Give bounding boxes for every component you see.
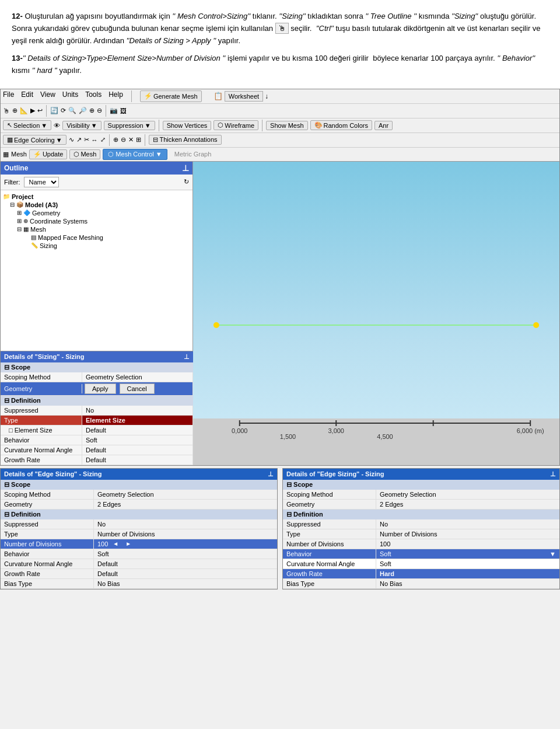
edge-tool-7[interactable]: ⊖ bbox=[121, 136, 126, 144]
pin-left-icon[interactable]: ⊥ bbox=[268, 470, 274, 478]
mesh-label: Mesh bbox=[11, 151, 27, 158]
left-def-collapse[interactable]: ⊟ bbox=[4, 511, 9, 518]
text-section: 12- Oluşturulan ağ yapısını boyutlandırm… bbox=[0, 0, 560, 89]
edge-tool-2[interactable]: ↗ bbox=[76, 136, 82, 144]
svg-text:0,000: 0,000 bbox=[232, 427, 247, 434]
right-growth-row[interactable]: Growth Rate Hard bbox=[283, 569, 559, 579]
edge-tool-9[interactable]: ⊞ bbox=[136, 136, 141, 144]
edge-tool-5[interactable]: ⤢ bbox=[100, 136, 106, 144]
mesh-control-button[interactable]: ⬡ Mesh Control ▼ bbox=[103, 149, 167, 160]
toolbar-icon-11[interactable]: ⊖ bbox=[97, 107, 102, 114]
toolbar-icon-9[interactable]: 🔎 bbox=[79, 107, 87, 114]
edge-icon: ▦ bbox=[7, 136, 13, 144]
apply-cancel-area: Apply Cancel bbox=[82, 382, 193, 395]
menu-tools[interactable]: Tools bbox=[85, 90, 102, 102]
tree-item-mapped[interactable]: ▤ Mapped Face Meshing bbox=[3, 233, 190, 242]
next-arrow[interactable]: ► bbox=[123, 540, 134, 547]
generate-mesh-button[interactable]: ⚡ Generate Mesh bbox=[140, 90, 202, 102]
toolbar-icon-4[interactable]: ▶ bbox=[30, 107, 35, 114]
main-content: Outline ⊥ Filter: Name ↻ 📁 Project bbox=[1, 162, 559, 465]
pin-icon[interactable]: ⊥ bbox=[182, 163, 189, 173]
element-size-row: □ Element Size Default bbox=[1, 425, 193, 435]
toolbar-icon-1[interactable]: 🖱 bbox=[3, 107, 10, 115]
menubar: File Edit View Units Tools Help ⚡ Genera… bbox=[1, 89, 559, 104]
filter-select[interactable]: Name bbox=[24, 177, 59, 187]
toolbar-icon-2[interactable]: ⊕ bbox=[12, 107, 18, 114]
wireframe-button[interactable]: ⬡ Wireframe bbox=[214, 120, 258, 130]
toolbar-icon-6[interactable]: 🔄 bbox=[50, 107, 58, 114]
mapped-label: Mapped Face Meshing bbox=[38, 234, 103, 241]
selection-button[interactable]: ↖ Selection ▼ bbox=[3, 120, 51, 130]
toolbar-row-2: 🖱 ⊕ 📐 ▶ ↩ 🔄 ⟳ 🔍 🔎 ⊕ ⊖ 📷 🖼 bbox=[1, 104, 559, 118]
details-pin-icon[interactable]: ⊥ bbox=[184, 353, 190, 361]
toolbar-icon-8[interactable]: 🔍 bbox=[68, 107, 76, 114]
mesh-btn-2[interactable]: ⬡ Mesh bbox=[69, 149, 100, 159]
right-definition-label: Definition bbox=[293, 511, 323, 518]
thicken-button[interactable]: ⊟ Thicken Annotations bbox=[149, 135, 222, 145]
left-numdivisions-row[interactable]: Number of Divisions 100 ◄ ► bbox=[1, 539, 277, 549]
menu-file[interactable]: File bbox=[3, 90, 14, 102]
growth-rate-value: Default bbox=[82, 455, 193, 465]
geometry-row[interactable]: Geometry Apply Cancel bbox=[1, 382, 193, 396]
edge-tool-1[interactable]: ∿ bbox=[69, 136, 74, 144]
apply-button[interactable]: Apply bbox=[85, 383, 116, 394]
show-vertices-button[interactable]: Show Vertices bbox=[163, 121, 212, 130]
tree-item-geometry[interactable]: ⊞ 🔷 Geometry bbox=[3, 209, 190, 217]
edge-tool-3[interactable]: ✂ bbox=[84, 136, 89, 144]
tree-item-sizing[interactable]: 📏 Sizing bbox=[3, 242, 190, 250]
left-growth-label: Growth Rate bbox=[1, 569, 94, 578]
right-def-collapse[interactable]: ⊟ bbox=[286, 511, 292, 518]
edge-tool-8[interactable]: ✕ bbox=[128, 136, 134, 144]
tree-item-project[interactable]: 📁 Project bbox=[3, 193, 190, 201]
viewport: 0,000 1,500 3,000 4,500 6,000 (m) Geomet… bbox=[193, 162, 559, 465]
scope-collapse-icon[interactable]: ⊟ bbox=[4, 364, 9, 371]
type-row[interactable]: Type Element Size bbox=[1, 416, 193, 425]
worksheet-button[interactable]: Worksheet bbox=[225, 91, 263, 102]
right-behavior-row[interactable]: Behavior Soft ▼ bbox=[283, 549, 559, 559]
toolbar-icon-10[interactable]: ⊕ bbox=[89, 107, 94, 114]
toolbar-icon-3[interactable]: 📐 bbox=[20, 107, 28, 114]
right-scope-collapse[interactable]: ⊟ bbox=[286, 481, 292, 488]
left-scope-collapse[interactable]: ⊟ bbox=[4, 481, 9, 488]
definition-collapse-icon[interactable]: ⊟ bbox=[4, 397, 9, 404]
refresh-icon[interactable]: ↻ bbox=[184, 178, 189, 186]
bottom-panels: Details of "Edge Sizing" - Sizing ⊥ ⊟ Sc… bbox=[0, 468, 560, 590]
svg-point-3 bbox=[214, 322, 219, 328]
toolbar-icon-7[interactable]: ⟳ bbox=[61, 107, 66, 114]
menu-edit[interactable]: Edit bbox=[21, 90, 33, 102]
dropdown-arrow-icon[interactable]: ▼ bbox=[550, 550, 556, 557]
visibility-button[interactable]: Visibility ▼ bbox=[62, 121, 101, 130]
outline-panel: Outline ⊥ Filter: Name ↻ 📁 Project bbox=[1, 162, 193, 465]
anr-button[interactable]: Anr bbox=[374, 121, 393, 130]
svg-text:1,500: 1,500 bbox=[280, 433, 296, 440]
edge-tool-4[interactable]: ↔ bbox=[92, 137, 98, 144]
sizing-icon: 📏 bbox=[31, 242, 38, 249]
sep7 bbox=[145, 134, 145, 146]
random-colors-button[interactable]: 🎨 Random Colors bbox=[310, 120, 372, 130]
growth-rate-row: Growth Rate Default bbox=[1, 455, 193, 465]
tree-item-model[interactable]: ⊟ 📦 Model (A3) bbox=[3, 201, 190, 209]
right-behavior-value[interactable]: Soft ▼ bbox=[376, 549, 559, 559]
num-input: 100 ◄ ► bbox=[97, 540, 274, 547]
menu-help[interactable]: Help bbox=[108, 90, 123, 102]
update-button[interactable]: ⚡ Update bbox=[29, 149, 67, 159]
menu-view[interactable]: View bbox=[40, 90, 55, 102]
toolbar-icon-5[interactable]: ↩ bbox=[37, 107, 43, 114]
edge-coloring-button[interactable]: ▦ Edge Coloring ▼ bbox=[3, 135, 66, 145]
suppression-button[interactable]: Suppression ▼ bbox=[104, 121, 155, 130]
pin-right-icon[interactable]: ⊥ bbox=[550, 470, 556, 478]
tree-item-mesh[interactable]: ⊟ ▦ Mesh bbox=[3, 225, 190, 233]
hard-option[interactable]: Hard bbox=[376, 569, 559, 578]
prev-arrow[interactable]: ◄ bbox=[110, 540, 121, 547]
toolbar-icon-12[interactable]: 📷 bbox=[110, 107, 118, 114]
toolbar-icon-13[interactable]: 🖼 bbox=[120, 107, 127, 114]
cancel-button[interactable]: Cancel bbox=[120, 383, 155, 394]
menu-units[interactable]: Units bbox=[62, 90, 78, 102]
show-mesh-button[interactable]: Show Mesh bbox=[266, 121, 307, 130]
tree-item-coordinate[interactable]: ⊞ ⊕ Coordinate Systems bbox=[3, 217, 190, 225]
soft-option[interactable]: Soft bbox=[376, 559, 559, 568]
left-suppressed-label: Suppressed bbox=[1, 519, 94, 529]
left-curvature-label: Curvature Normal Angle bbox=[1, 559, 94, 568]
edge-tool-6[interactable]: ⊕ bbox=[113, 136, 118, 144]
vis-icon: 👁 bbox=[54, 122, 60, 129]
